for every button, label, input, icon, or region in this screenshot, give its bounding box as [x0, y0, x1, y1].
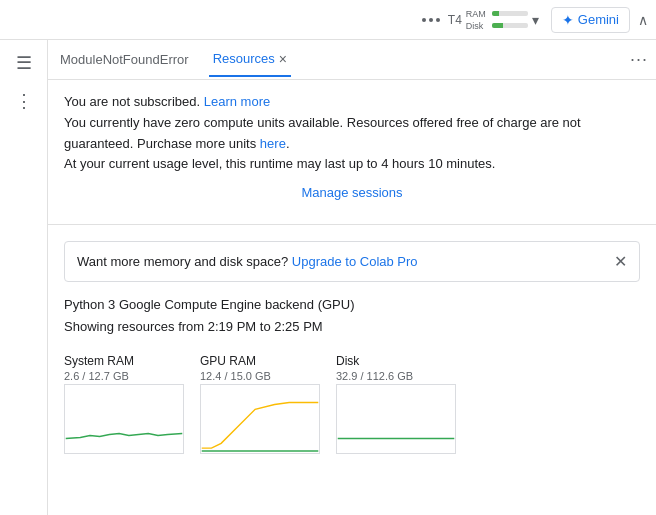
info-section: You are not subscribed. Learn more You c…	[48, 80, 656, 225]
learn-more-link[interactable]: Learn more	[204, 94, 270, 109]
banner-close-button[interactable]: ✕	[614, 252, 627, 271]
main-layout: ☰ ⋮ ModuleNotFoundError Resources × ··· …	[0, 40, 656, 515]
ram-track	[492, 11, 528, 16]
left-sidebar: ☰ ⋮	[0, 40, 48, 515]
banner-text: Want more memory and disk space? Upgrade…	[77, 254, 418, 269]
disk-chart: Disk 32.9 / 112.6 GB	[336, 354, 456, 454]
gpu-ram-title: GPU RAM	[200, 354, 320, 368]
disk-fill	[492, 23, 503, 28]
ram-fill	[492, 11, 499, 16]
sidebar-menu-icon[interactable]: ☰	[12, 48, 36, 78]
compute-units-text: You currently have zero compute units av…	[64, 115, 581, 151]
disk-svg	[336, 384, 456, 454]
system-ram-subtitle: 2.6 / 12.7 GB	[64, 370, 184, 382]
charts-row: System RAM 2.6 / 12.7 GB GPU RAM 12.4 / …	[48, 346, 656, 470]
tab-resources-close[interactable]: ×	[279, 51, 287, 67]
system-ram-title: System RAM	[64, 354, 184, 368]
tab-module-not-found[interactable]: ModuleNotFoundError	[56, 44, 193, 75]
content-area: ModuleNotFoundError Resources × ··· You …	[48, 40, 656, 515]
dot-3	[436, 18, 440, 22]
tab-more-options[interactable]: ···	[630, 49, 648, 70]
gemini-label: Gemini	[578, 12, 619, 27]
ram-label: RAM	[466, 9, 490, 19]
gpu-ram-chart: GPU RAM 12.4 / 15.0 GB	[200, 354, 320, 454]
system-ram-chart: System RAM 2.6 / 12.7 GB	[64, 354, 184, 454]
backend-line1: Python 3 Google Compute Engine backend (…	[64, 294, 640, 316]
dot-2	[429, 18, 433, 22]
gpu-ram-subtitle: 12.4 / 15.0 GB	[200, 370, 320, 382]
tab-bar: ModuleNotFoundError Resources × ···	[48, 40, 656, 80]
disk-label: Disk	[466, 21, 490, 31]
svg-rect-2	[338, 385, 455, 453]
svg-rect-0	[66, 385, 183, 453]
compute-units-line: You currently have zero compute units av…	[64, 113, 640, 155]
here-link[interactable]: here	[260, 136, 286, 151]
top-bar: T4 RAM Disk ▾ ✦ Gemini ∧	[0, 0, 656, 40]
disk-bar: Disk	[466, 21, 528, 31]
ram-disk-dropdown[interactable]: ▾	[532, 12, 539, 28]
backend-line2: Showing resources from 2:19 PM to 2:25 P…	[64, 316, 640, 338]
gemini-button[interactable]: ✦ Gemini	[551, 7, 630, 33]
upgrade-link[interactable]: Upgrade to Colab Pro	[292, 254, 418, 269]
disk-track	[492, 23, 528, 28]
disk-title: Disk	[336, 354, 456, 368]
ram-disk-indicator: RAM Disk	[466, 9, 528, 31]
gemini-icon: ✦	[562, 12, 574, 28]
dot-1	[422, 18, 426, 22]
collapse-button[interactable]: ∧	[638, 12, 648, 28]
not-subscribed-text: You are not subscribed.	[64, 94, 204, 109]
tab2-label: Resources	[213, 51, 275, 66]
tab-resources[interactable]: Resources ×	[209, 43, 291, 77]
line2-suffix: .	[286, 136, 290, 151]
upgrade-banner: Want more memory and disk space? Upgrade…	[64, 241, 640, 282]
sidebar-more-icon[interactable]: ⋮	[11, 86, 37, 116]
tab1-label: ModuleNotFoundError	[60, 52, 189, 67]
subscription-line: You are not subscribed. Learn more	[64, 92, 640, 113]
t4-label: T4	[448, 13, 462, 27]
banner-prefix: Want more memory and disk space?	[77, 254, 292, 269]
runtime-duration-line: At your current usage level, this runtim…	[64, 154, 640, 175]
manage-sessions-link[interactable]: Manage sessions	[64, 175, 640, 212]
system-ram-svg	[64, 384, 184, 454]
top-bar-dots	[422, 18, 440, 22]
gpu-ram-svg	[200, 384, 320, 454]
svg-rect-1	[202, 385, 319, 453]
ram-bar: RAM	[466, 9, 528, 19]
disk-subtitle: 32.9 / 112.6 GB	[336, 370, 456, 382]
backend-info: Python 3 Google Compute Engine backend (…	[48, 290, 656, 346]
